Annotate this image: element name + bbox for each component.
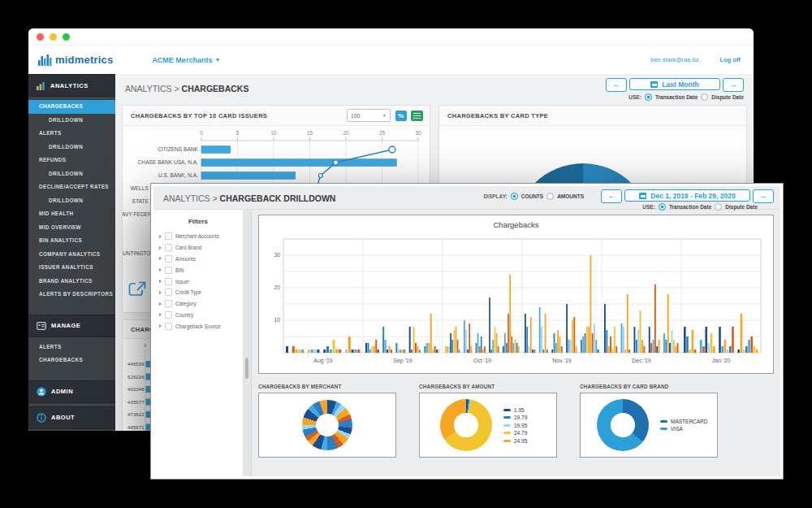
- legend-label: 1.95: [514, 407, 525, 413]
- date-prev-button[interactable]: ←: [606, 78, 627, 92]
- radio-dispute-date[interactable]: [715, 203, 722, 211]
- sidebar-item-drilldown[interactable]: DRILLDOWN: [28, 194, 115, 208]
- sidebar-section-label: ANALYTICS: [50, 82, 89, 89]
- date-prev-button[interactable]: ←: [601, 189, 622, 203]
- legend-item-19-95[interactable]: 19.95: [503, 423, 527, 428]
- use-date-toggle: USE: Transaction Date Dispute Date: [628, 93, 744, 101]
- legend-swatch: [503, 409, 511, 411]
- close-button[interactable]: [37, 33, 44, 41]
- sidebar-item-alerts-by-descriptors[interactable]: ALERTS BY DESCRIPTORS: [28, 288, 115, 302]
- svg-text:Oct '19: Oct '19: [473, 358, 491, 363]
- filter-item-issuer[interactable]: Issuer: [153, 276, 243, 287]
- filter-checkbox[interactable]: [165, 255, 172, 263]
- legend-swatch: [503, 440, 511, 442]
- maximize-button[interactable]: [63, 33, 70, 41]
- legend-item-19-79[interactable]: 19.79: [503, 415, 527, 420]
- legend-item-1-95[interactable]: 1.95: [503, 407, 527, 413]
- filter-checkbox[interactable]: [165, 323, 172, 330]
- radio-counts-label: COUNTS: [521, 193, 543, 199]
- legend-item-visa[interactable]: VISA: [660, 426, 708, 432]
- sidebar-item-alerts[interactable]: ALERTS: [28, 341, 115, 354]
- filter-checkbox[interactable]: [165, 278, 172, 285]
- radio-transaction-date[interactable]: [659, 203, 666, 211]
- sidebar-item-brand-analytics[interactable]: BRAND ANALYTICS: [28, 275, 115, 289]
- expand-arrow-icon[interactable]: [159, 280, 162, 283]
- filter-item-chargeback-source[interactable]: Chargeback Source: [153, 320, 243, 332]
- filter-label: Merchant Accounts: [175, 233, 219, 239]
- logoff-link[interactable]: Log off: [720, 56, 741, 63]
- filter-checkbox[interactable]: [165, 311, 172, 319]
- radio-transaction-date[interactable]: [645, 93, 652, 101]
- filter-item-merchant-accounts[interactable]: Merchant Accounts: [153, 231, 243, 242]
- date-range-button[interactable]: Last Month: [629, 78, 720, 90]
- panel-scrollbar[interactable]: [244, 210, 252, 476]
- svg-text:5: 5: [236, 130, 240, 136]
- filter-item-bin[interactable]: BIN: [153, 264, 243, 276]
- filter-item-country[interactable]: Country: [153, 309, 243, 320]
- sidebar-item-drilldown[interactable]: DRILLDOWN: [28, 167, 115, 181]
- sidebar-item-company-analytics[interactable]: COMPANY ANALYTICS: [28, 248, 115, 262]
- desktop: midmetrics ACME Merchants ▼ ben.stark@ra…: [0, 0, 812, 508]
- expand-arrow-icon[interactable]: [159, 257, 162, 260]
- sidebar-item-refunds[interactable]: REFUNDS: [28, 154, 115, 167]
- sidebar-section-analytics[interactable]: ANALYTICS: [28, 74, 115, 97]
- expand-export-button[interactable]: [127, 280, 147, 298]
- sidebar-item-bin-analytics[interactable]: BIN ANALYTICS: [28, 234, 115, 248]
- sidebar-item-alerts[interactable]: ALERTS: [28, 127, 115, 141]
- minimize-button[interactable]: [50, 33, 57, 41]
- external-link-icon: [127, 280, 147, 298]
- expand-arrow-icon[interactable]: [159, 268, 162, 271]
- expand-arrow-icon[interactable]: [159, 313, 162, 316]
- filter-item-card-brand[interactable]: Card Brand: [153, 242, 243, 254]
- sidebar-item-chargebacks[interactable]: CHARGEBACKS: [28, 354, 115, 367]
- radio-amounts[interactable]: [546, 193, 554, 200]
- filter-checkbox[interactable]: [165, 232, 172, 240]
- sidebar: ANALYTICSCHARGEBACKSDRILLDOWNALERTSDRILL…: [28, 74, 115, 431]
- expand-arrow-icon[interactable]: [159, 324, 162, 328]
- expand-arrow-icon[interactable]: [159, 246, 162, 250]
- sidebar-item-mid-health[interactable]: MID HEALTH: [28, 207, 115, 221]
- legend-item-24-79[interactable]: 24.79: [503, 430, 527, 436]
- filter-checkbox[interactable]: [165, 244, 172, 251]
- excel-export-icon[interactable]: [411, 111, 423, 121]
- radio-transaction-date-label: Transaction Date: [655, 94, 698, 100]
- date-next-button[interactable]: →: [723, 78, 744, 92]
- sidebar-item-drilldown[interactable]: DRILLDOWN: [28, 114, 115, 128]
- sidebar-item-issuer-analytics[interactable]: ISSUER ANALYTICS: [28, 261, 115, 275]
- drilldown-header: ANALYTICS > CHARGEBACK DRILLDOWN DISPLAY…: [153, 186, 780, 210]
- svg-text:25: 25: [379, 130, 386, 136]
- radio-counts[interactable]: [511, 193, 518, 200]
- filter-item-amounts[interactable]: Amounts: [153, 254, 243, 265]
- expand-arrow-icon[interactable]: [159, 235, 162, 238]
- legend-item-24-95[interactable]: 24.95: [503, 438, 527, 444]
- sidebar-item-decline-accept-rates[interactable]: DECLINE/ACCEPT RATES: [28, 180, 115, 194]
- sidebar-item-drilldown[interactable]: DRILLDOWN: [28, 141, 115, 154]
- svg-text:Jan '20: Jan '20: [712, 358, 730, 363]
- user-email: ben.stark@rae.bz: [650, 56, 698, 63]
- legend-item-mastercard[interactable]: MASTERCARD: [660, 419, 708, 424]
- filter-checkbox[interactable]: [165, 267, 172, 274]
- filter-checkbox[interactable]: [165, 300, 172, 307]
- filter-item-credit-type[interactable]: Credit Type: [153, 287, 243, 298]
- sidebar-section-manage[interactable]: MANAGE: [28, 315, 115, 337]
- percent-toggle-icon[interactable]: %: [395, 111, 407, 121]
- radio-transaction-date-label: Transaction Date: [669, 204, 711, 210]
- sidebar-item-chargebacks[interactable]: CHARGEBACKS: [28, 100, 115, 114]
- filter-checkbox[interactable]: [165, 289, 172, 296]
- radio-dispute-date[interactable]: [701, 93, 708, 101]
- donut-hole: [316, 414, 339, 437]
- sidebar-section-admin[interactable]: ADMIN: [28, 380, 115, 403]
- id-card-icon: [37, 322, 46, 330]
- sidebar-section-about[interactable]: ABOUT: [28, 406, 115, 429]
- filter-item-category[interactable]: Category: [153, 298, 243, 310]
- expand-arrow-icon[interactable]: [159, 302, 162, 306]
- date-next-button[interactable]: →: [753, 189, 774, 203]
- expand-arrow-icon[interactable]: [159, 291, 162, 294]
- date-range-button[interactable]: Dec 1, 2019 - Feb 29, 2020: [624, 189, 750, 202]
- account-selector[interactable]: ACME Merchants ▼: [152, 56, 220, 64]
- page-size-select[interactable]: 100 ▼: [347, 109, 391, 122]
- scrollbar-handle[interactable]: [245, 358, 248, 379]
- sidebar-item-mid-overview[interactable]: MID OVERVIEW: [28, 221, 115, 235]
- section-chargebacks-by-amount: CHARGEBACKS BY AMOUNT 1.9519.7919.9524.7…: [419, 384, 557, 458]
- svg-text:0: 0: [144, 343, 147, 348]
